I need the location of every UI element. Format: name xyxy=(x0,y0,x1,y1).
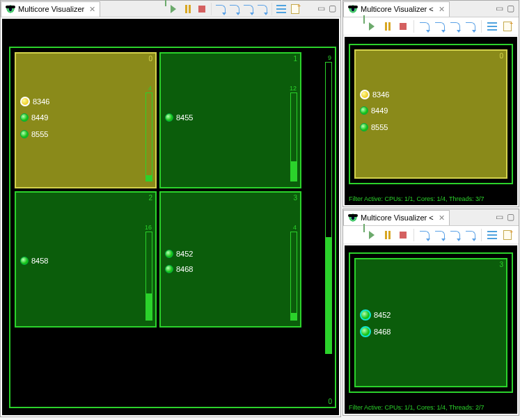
filtered-visualizer-bottom-panel: Multicore Visualizer < ✕ ▭ ▢ 3 84 xyxy=(342,209,519,416)
rt-bot-canvas[interactable]: 3 8452 8468 Filter Active: CPUs: 1/1, Co… xyxy=(345,245,517,414)
step-return-button[interactable] xyxy=(242,2,255,16)
new-view-button[interactable] xyxy=(288,2,302,16)
thread-dot-icon xyxy=(20,97,30,106)
main-tabrow: Multicore Visualizer ✕ ▭ ▢ xyxy=(1,1,340,17)
pause-button[interactable] xyxy=(381,228,395,242)
thread-item[interactable]: 8346 xyxy=(20,97,49,106)
view-menu-button[interactable] xyxy=(274,2,288,16)
step-into-button[interactable] xyxy=(418,228,432,242)
rt-top-canvas[interactable]: 0 8346 8449 8555 Filter Active: CPUs: 1/… xyxy=(345,37,517,205)
thread-item[interactable]: 8455 xyxy=(165,113,193,122)
step-into-button[interactable] xyxy=(418,19,432,33)
maximize-panel-icon[interactable]: ▢ xyxy=(505,212,516,223)
main-tab[interactable]: Multicore Visualizer ✕ xyxy=(1,1,100,17)
core-load-meter: 16 xyxy=(145,232,152,321)
minimize-panel-icon[interactable]: ▭ xyxy=(494,212,505,223)
rt-top-tab[interactable]: Multicore Visualizer < ✕ xyxy=(343,1,450,17)
pause-button[interactable] xyxy=(181,2,195,16)
thread-dot-icon xyxy=(20,113,29,122)
tab-title: Multicore Visualizer < xyxy=(361,5,434,13)
rt-bot-toolbar xyxy=(343,226,519,244)
rt-bot-tab[interactable]: Multicore Visualizer < ✕ xyxy=(343,210,450,225)
resume-button[interactable] xyxy=(365,228,379,242)
cpu-box[interactable]: 0 8346 8449 8555 xyxy=(349,44,513,184)
toolbar-separator xyxy=(211,3,212,15)
toolbar-separator xyxy=(481,229,482,241)
thread-item[interactable]: 8452 xyxy=(165,250,193,258)
view-menu-button[interactable] xyxy=(485,228,499,242)
core-box-2[interactable]: 2 8458 16 xyxy=(15,191,157,328)
core-load-meter: 12 xyxy=(290,92,297,181)
cpu-load-meter: 9 xyxy=(325,62,332,354)
core-box-0[interactable]: 0 8346 8449 8555 4 xyxy=(15,52,157,188)
step-instr-button[interactable] xyxy=(464,228,478,242)
tab-title: Multicore Visualizer xyxy=(18,5,84,13)
filter-status-text: Filter Active: CPUs: 1/1, Cores: 1/4, Th… xyxy=(349,195,513,202)
rt-top-toolbar xyxy=(343,17,519,35)
thread-dot-icon xyxy=(360,123,368,131)
new-view-button[interactable] xyxy=(501,19,514,33)
thread-item[interactable]: 8449 xyxy=(360,106,388,115)
main-visualizer-panel: Multicore Visualizer ✕ ▭ ▢ 0 xyxy=(0,0,341,417)
filter-status-text: Filter Active: CPUs: 1/1, Cores: 1/4, Th… xyxy=(349,404,513,411)
thread-item[interactable]: 8468 xyxy=(360,326,391,337)
thread-item[interactable]: 8452 xyxy=(360,309,391,321)
thread-item[interactable]: 8555 xyxy=(360,123,388,131)
step-over-button[interactable] xyxy=(228,2,242,16)
step-return-button[interactable] xyxy=(448,19,462,33)
cpu-id: 0 xyxy=(328,398,332,405)
maximize-panel-icon[interactable]: ▢ xyxy=(326,3,338,15)
minimize-panel-icon[interactable]: ▭ xyxy=(315,3,326,15)
core-box-1[interactable]: 1 8455 12 xyxy=(159,52,301,188)
core-box-3[interactable]: 3 8452 8468 xyxy=(354,258,507,387)
thread-dot-icon xyxy=(360,309,371,321)
thread-dot-icon xyxy=(165,113,173,122)
filtered-visualizer-top-panel: Multicore Visualizer < ✕ ▭ ▢ 0 83 xyxy=(342,0,519,207)
stop-button[interactable] xyxy=(396,228,410,242)
step-over-button[interactable] xyxy=(433,228,447,242)
step-into-button[interactable] xyxy=(214,2,228,16)
step-return-button[interactable] xyxy=(448,228,462,242)
toolbar-separator xyxy=(481,20,482,33)
close-tab-icon[interactable]: ✕ xyxy=(89,5,95,14)
thread-item[interactable]: 8555 xyxy=(20,130,48,138)
close-tab-icon[interactable]: ✕ xyxy=(439,5,445,14)
rt-bot-tabrow: Multicore Visualizer < ✕ ▭ ▢ xyxy=(343,209,519,226)
thread-item[interactable]: 8468 xyxy=(165,265,193,273)
thread-dot-icon xyxy=(20,257,29,265)
close-tab-icon[interactable]: ✕ xyxy=(439,213,445,223)
toolbar-separator xyxy=(413,20,414,33)
maximize-panel-icon[interactable]: ▢ xyxy=(505,3,516,15)
view-menu-button[interactable] xyxy=(485,19,499,33)
thread-item[interactable]: 8458 xyxy=(20,257,48,265)
core-box-3[interactable]: 3 8452 8468 4 xyxy=(159,191,301,328)
core-load-meter: 4 xyxy=(290,232,297,321)
rt-top-tabrow: Multicore Visualizer < ✕ ▭ ▢ xyxy=(343,1,519,17)
resume-button[interactable] xyxy=(167,2,181,16)
step-instr-button[interactable] xyxy=(255,2,269,16)
thread-dot-icon xyxy=(165,265,173,273)
toolbar-separator xyxy=(413,229,414,241)
step-over-button[interactable] xyxy=(433,19,447,33)
stop-button[interactable] xyxy=(195,2,209,16)
resume-button[interactable] xyxy=(365,19,379,33)
thread-dot-icon xyxy=(360,326,371,337)
pause-button[interactable] xyxy=(381,19,395,33)
minimize-panel-icon[interactable]: ▭ xyxy=(494,3,505,15)
core-box-0[interactable]: 0 8346 8449 8555 xyxy=(354,49,507,179)
thread-dot-icon xyxy=(360,90,370,99)
stop-button[interactable] xyxy=(396,19,410,33)
main-visualizer-canvas[interactable]: 0 9 0 8346 8449 8555 4 1 8455 xyxy=(2,19,339,415)
thread-dot-icon xyxy=(360,106,368,115)
thread-item[interactable]: 8449 xyxy=(20,113,48,122)
visualizer-icon xyxy=(6,4,15,14)
step-instr-button[interactable] xyxy=(464,19,478,33)
new-view-button[interactable] xyxy=(501,228,514,242)
core-load-meter: 4 xyxy=(145,92,152,181)
cpu-box[interactable]: 3 8452 8468 xyxy=(349,252,513,393)
tab-title: Multicore Visualizer < xyxy=(361,213,434,222)
cpu-box[interactable]: 0 9 0 8346 8449 8555 4 1 8455 xyxy=(9,47,336,408)
thread-item[interactable]: 8346 xyxy=(360,90,389,99)
visualizer-icon xyxy=(348,4,358,14)
visualizer-icon xyxy=(348,213,358,223)
